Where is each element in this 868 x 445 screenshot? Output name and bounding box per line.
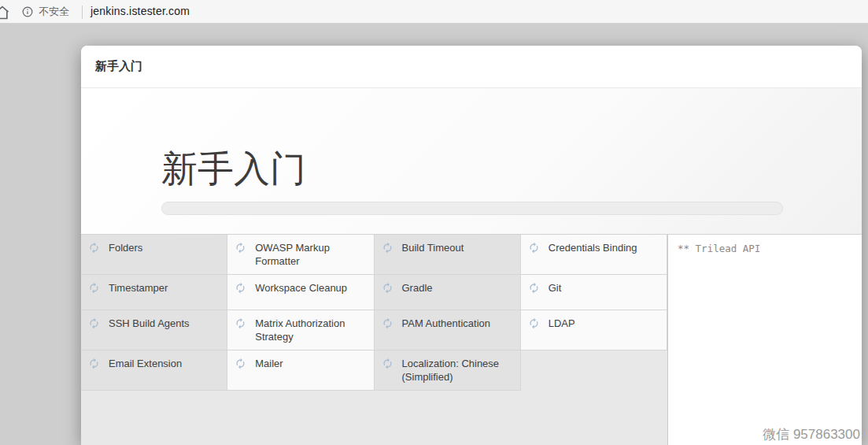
home-icon[interactable] [0,5,10,20]
install-body: Folders OWASP Markup Formatter Build Tim… [81,234,862,445]
plugin-item: Localization: Chinese (Simplified) [375,350,521,391]
refresh-spinner-icon [382,358,393,369]
install-progress-bar [161,202,783,215]
url-text[interactable]: jenkins.istester.com [90,5,190,17]
plugin-label: Workspace Cleanup [255,281,347,295]
plugin-item: Timestamper [81,275,227,310]
refresh-spinner-icon [88,317,100,329]
dialog-header: 新手入门 [81,46,862,88]
plugin-item: LDAP [521,310,667,350]
plugin-item: PAM Authentication [375,310,521,350]
browser-address-bar[interactable]: 不安全 jenkins.istester.com [0,0,868,24]
plugin-item: OWASP Markup Formatter [227,235,374,275]
plugin-label: Build Timeout [402,241,464,254]
plugin-item: Credentials Binding [521,235,667,275]
watermark-text: 微信 957863300 [763,425,860,443]
plugin-label: OWASP Markup Formatter [255,241,365,268]
refresh-spinner-icon [382,242,393,254]
info-icon [22,6,33,17]
plugin-grid: Folders OWASP Markup Formatter Build Tim… [81,235,667,445]
plugin-label: SSH Build Agents [109,317,190,330]
plugin-item: Workspace Cleanup [227,275,374,310]
refresh-spinner-icon [382,282,393,294]
plugin-item: Gradle [375,275,521,310]
plugin-item: SSH Build Agents [81,310,227,350]
address-bar-divider [82,6,83,19]
plugin-item: Email Extension [81,350,227,391]
plugin-label: Mailer [255,357,283,370]
plugin-label: Email Extension [109,357,182,370]
refresh-spinner-icon [88,358,100,369]
refresh-spinner-icon [88,282,100,294]
security-label: 不安全 [39,5,69,19]
plugin-label: Git [549,281,562,295]
dialog-title: 新手入门 [95,59,142,74]
plugin-item: Git [521,275,667,310]
refresh-spinner-icon [528,282,540,294]
plugin-label: Folders [109,241,142,254]
refresh-spinner-icon [235,317,246,329]
plugin-item: Folders [81,235,227,275]
refresh-spinner-icon [528,317,540,329]
plugin-item: Matrix Authorization Strategy [227,310,374,350]
hero-title: 新手入门 [161,150,306,189]
plugin-item: Build Timeout [375,235,521,275]
refresh-spinner-icon [235,242,246,254]
plugin-label: Matrix Authorization Strategy [255,317,365,343]
plugin-label: Timestamper [109,281,168,295]
refresh-spinner-icon [235,358,246,369]
install-console-log: ** Trilead API [667,235,862,445]
plugin-item: Mailer [227,350,374,391]
plugin-label: PAM Authentication [402,317,491,330]
plugin-label: Gradle [402,281,433,295]
plugin-label: Localization: Chinese (Simplified) [402,357,512,384]
site-security-chip[interactable]: 不安全 [22,3,69,20]
refresh-spinner-icon [235,282,246,294]
getting-started-dialog: 新手入门 新手入门 Folders OWASP Markup Formatter… [81,46,862,445]
refresh-spinner-icon [88,242,100,254]
refresh-spinner-icon [382,317,393,329]
refresh-spinner-icon [528,242,540,254]
plugin-label: Credentials Binding [549,241,637,254]
plugin-label: LDAP [549,317,575,330]
hero-section: 新手入门 [81,88,862,234]
